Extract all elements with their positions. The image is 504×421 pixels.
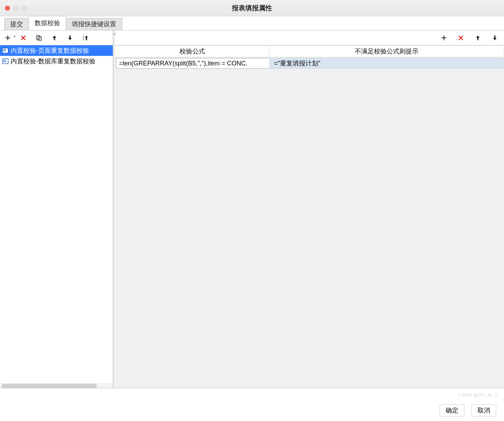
horizontal-scrollbar[interactable] bbox=[0, 383, 113, 388]
sort-icon bbox=[82, 34, 89, 41]
tab-label: 数据校验 bbox=[35, 19, 60, 27]
ok-button[interactable]: 确定 bbox=[440, 404, 464, 416]
cancel-button[interactable]: 取消 bbox=[471, 404, 496, 416]
titlebar: 报表填报属性 bbox=[0, 0, 504, 16]
svg-rect-10 bbox=[3, 61, 6, 62]
grid-header: 校验公式 不满足校验公式则提示 bbox=[115, 45, 504, 57]
copy-button[interactable] bbox=[35, 34, 43, 42]
list-item-label: 内置校验-页面重复数据校验 bbox=[11, 46, 89, 55]
tab-validation[interactable]: 数据校验 bbox=[29, 16, 66, 30]
validation-icon bbox=[2, 58, 8, 64]
delete-button[interactable] bbox=[19, 34, 28, 42]
arrow-down-icon bbox=[491, 34, 498, 41]
validation-icon bbox=[2, 48, 8, 53]
delete-icon bbox=[20, 34, 27, 41]
add-button[interactable]: ▾ bbox=[4, 34, 12, 42]
arrow-up-icon bbox=[474, 34, 481, 41]
list-item-label: 内置校验-数据库重复数据校验 bbox=[11, 57, 95, 65]
grid-row: =len(GREPARRAY(split(B5,","),item = CONC… bbox=[115, 57, 504, 69]
move-up-button[interactable] bbox=[50, 34, 59, 42]
tip-cell[interactable]: ="重复填报计划" bbox=[271, 58, 503, 69]
row-move-down-button[interactable] bbox=[491, 34, 499, 42]
plus-icon bbox=[440, 34, 447, 41]
column-header-tip[interactable]: 不满足校验公式则提示 bbox=[269, 46, 504, 57]
scrollbar-thumb[interactable] bbox=[1, 384, 97, 388]
list-item[interactable]: 内置校验-数据库重复数据校验 bbox=[0, 56, 113, 67]
dialog-footer: 确定 取消 bbox=[0, 400, 504, 421]
cancel-label: 取消 bbox=[477, 406, 490, 415]
ok-label: 确定 bbox=[446, 406, 458, 415]
validation-list[interactable]: 内置校验-页面重复数据校验 内置校验-数据库重复数据校验 bbox=[0, 45, 113, 383]
add-icon bbox=[4, 34, 11, 41]
formula-cell[interactable]: =len(GREPARRAY(split(B5,","),item = CONC… bbox=[116, 58, 270, 69]
tab-bar: 提交 数据校验 填报快捷键设置 bbox=[0, 16, 504, 30]
maximize-icon[interactable] bbox=[22, 6, 27, 11]
chevron-down-icon: ▾ bbox=[14, 35, 16, 38]
watermark: CSDN @Yin_fe_lf bbox=[458, 392, 498, 398]
column-header-formula[interactable]: 校验公式 bbox=[115, 46, 269, 57]
svg-rect-6 bbox=[3, 49, 6, 50]
arrow-down-icon bbox=[66, 34, 74, 41]
main-area: ▾ 内置校验-页面重复数据校验 bbox=[0, 30, 504, 388]
right-toolbar bbox=[115, 30, 504, 45]
right-panel: 校验公式 不满足校验公式则提示 =len(GREPARRAY(split(B5,… bbox=[115, 30, 504, 388]
list-item[interactable]: 内置校验-页面重复数据校验 bbox=[0, 45, 113, 56]
delete-icon bbox=[457, 34, 464, 41]
splitter-handle[interactable] bbox=[113, 30, 115, 388]
left-toolbar: ▾ bbox=[0, 30, 113, 45]
tab-label: 填报快捷键设置 bbox=[72, 20, 116, 28]
svg-point-4 bbox=[83, 39, 84, 40]
window-controls bbox=[5, 6, 27, 11]
formula-value: =len(GREPARRAY(split(B5,","),item = CONC… bbox=[119, 60, 247, 67]
tip-value: ="重复填报计划" bbox=[274, 59, 320, 68]
svg-rect-7 bbox=[3, 51, 6, 51]
svg-point-2 bbox=[83, 35, 84, 36]
row-move-up-button[interactable] bbox=[474, 34, 482, 42]
tab-label: 提交 bbox=[10, 20, 23, 28]
window-title: 报表填报属性 bbox=[0, 4, 504, 13]
sort-button[interactable] bbox=[81, 34, 90, 42]
add-row-button[interactable] bbox=[440, 34, 448, 42]
tab-submit[interactable]: 提交 bbox=[4, 18, 29, 30]
copy-icon bbox=[35, 34, 42, 41]
left-panel: ▾ 内置校验-页面重复数据校验 bbox=[0, 30, 113, 388]
arrow-up-icon bbox=[51, 34, 58, 41]
minimize-icon[interactable] bbox=[13, 6, 18, 11]
tab-shortcut[interactable]: 填报快捷键设置 bbox=[66, 18, 122, 30]
close-icon[interactable] bbox=[5, 6, 10, 11]
svg-rect-9 bbox=[3, 60, 6, 60]
svg-point-3 bbox=[83, 37, 84, 38]
move-down-button[interactable] bbox=[66, 34, 74, 42]
delete-row-button[interactable] bbox=[457, 34, 465, 42]
